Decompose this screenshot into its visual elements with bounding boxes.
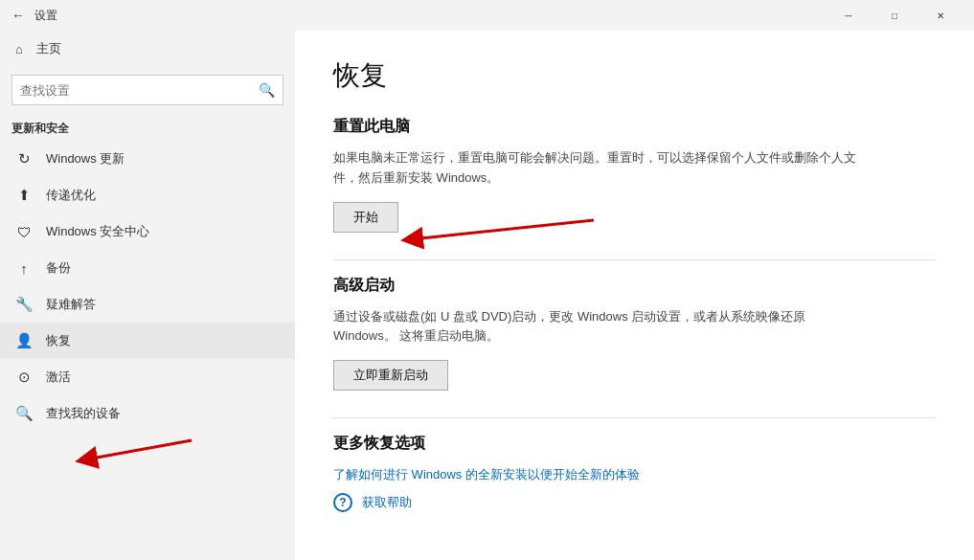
sidebar-item-windows-security[interactable]: 🛡 Windows 安全中心 [0,213,295,250]
advanced-startup-title: 高级启动 [333,276,936,296]
search-box[interactable]: 🔍 [11,75,283,105]
sidebar-item-label: 激活 [46,369,71,386]
close-button[interactable]: ✕ [918,0,963,31]
sidebar-item-find-device[interactable]: 🔍 查找我的设备 [0,395,295,432]
help-item: ? 获取帮助 [333,493,936,512]
title-bar-left: ← 设置 [11,8,57,24]
sidebar-item-label: Windows 安全中心 [46,223,149,240]
main-layout: ⌂ 主页 🔍 更新和安全 ↻ Windows 更新 ⬆ 传递优化 🛡 Windo… [0,31,974,560]
find-device-icon: 🔍 [15,405,33,422]
sidebar-item-home[interactable]: ⌂ 主页 [0,31,295,67]
back-arrow[interactable]: ← [11,8,25,23]
sidebar-item-label: Windows 更新 [46,150,125,168]
search-icon: 🔍 [259,82,275,98]
title-bar: ← 设置 ─ □ ✕ [0,0,974,31]
sidebar-item-activation[interactable]: ⊙ 激活 [0,359,295,395]
sidebar-item-label: 备份 [46,259,71,277]
sidebar-item-delivery-optimization[interactable]: ⬆ 传递优化 [0,177,295,213]
sidebar-item-backup[interactable]: ↑ 备份 [0,250,295,286]
troubleshoot-icon: 🔧 [15,296,33,313]
reset-pc-desc: 如果电脑未正常运行，重置电脑可能会解决问题。重置时，可以选择保留个人文件或删除个… [333,148,870,189]
sidebar-item-recovery[interactable]: 👤 恢复 [0,323,295,359]
windows-update-icon: ↻ [15,150,33,168]
activation-icon: ⊙ [15,369,33,386]
sidebar-item-troubleshoot[interactable]: 🔧 疑难解答 [0,286,295,323]
divider-1 [333,259,936,260]
title-bar-title: 设置 [34,8,57,24]
page-title: 恢复 [333,57,936,94]
restart-now-button[interactable]: 立即重新启动 [333,360,448,391]
get-help-link[interactable]: 获取帮助 [362,494,412,511]
maximize-button[interactable]: □ [872,0,917,31]
divider-2 [333,417,936,418]
start-button[interactable]: 开始 [333,202,398,233]
sidebar: ⌂ 主页 🔍 更新和安全 ↻ Windows 更新 ⬆ 传递优化 🛡 Windo… [0,31,295,560]
shield-icon: 🛡 [15,224,33,240]
more-recovery-title: 更多恢复选项 [333,434,936,454]
recovery-icon: 👤 [15,332,33,349]
sidebar-item-windows-update[interactable]: ↻ Windows 更新 [0,141,295,177]
sidebar-item-label: 传递优化 [46,187,96,204]
content-area: 恢复 重置此电脑 如果电脑未正常运行，重置电脑可能会解决问题。重置时，可以选择保… [295,31,974,560]
sidebar-home-label: 主页 [36,40,61,57]
home-icon: ⌂ [15,42,23,56]
advanced-startup-desc: 通过设备或磁盘(如 U 盘或 DVD)启动，更改 Windows 启动设置，或者… [333,307,870,347]
sidebar-item-label: 查找我的设备 [46,405,121,422]
sidebar-section-header: 更新和安全 [0,113,295,141]
search-input[interactable] [20,83,253,98]
help-icon: ? [333,493,352,512]
sidebar-item-label: 疑难解答 [46,296,96,313]
title-bar-controls: ─ □ ✕ [827,0,963,31]
reset-pc-title: 重置此电脑 [333,117,936,137]
backup-icon: ↑ [15,260,33,277]
minimize-button[interactable]: ─ [827,0,871,31]
fresh-install-link[interactable]: 了解如何进行 Windows 的全新安装以便开始全新的体验 [333,467,640,482]
delivery-icon: ⬆ [15,187,33,204]
sidebar-item-label: 恢复 [46,332,71,349]
